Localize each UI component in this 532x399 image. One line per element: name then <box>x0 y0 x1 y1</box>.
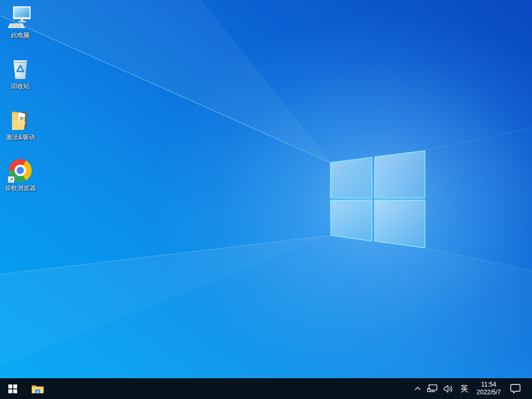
action-center-icon <box>510 384 521 393</box>
taskbar: 英 11:54 2022/5/7 <box>0 378 532 399</box>
desktop-icon-label: 回收站 <box>11 83 30 90</box>
desktop-icon-this-pc[interactable]: 此电脑 <box>1 5 39 39</box>
shortcut-arrow-icon: ↗ <box>8 176 15 183</box>
chevron-up-icon <box>415 387 421 391</box>
desktop-icon-label: 此电脑 <box>11 32 30 39</box>
clock-date: 2022/5/7 <box>476 389 501 396</box>
windows-start-icon <box>8 384 17 393</box>
taskbar-clock[interactable]: 11:54 2022/5/7 <box>472 378 505 399</box>
start-button[interactable] <box>0 378 25 399</box>
file-explorer-button[interactable] <box>25 378 50 399</box>
action-center-button[interactable] <box>505 378 526 399</box>
show-hidden-icons-button[interactable] <box>411 378 424 399</box>
network-icon <box>427 384 437 393</box>
system-tray: 英 11:54 2022/5/7 <box>411 378 532 399</box>
windows-desktop-screen: 此电脑 回收站 <box>0 0 532 399</box>
desktop-icon-label: 谷歌浏览器 <box>5 184 36 192</box>
desktop-icon-activation-drivers[interactable]: 激活&驱动 <box>1 107 39 141</box>
this-pc-icon <box>8 5 33 30</box>
desktop-icon-label: 激活&驱动 <box>6 134 35 141</box>
desktop[interactable]: 此电脑 回收站 <box>0 0 532 378</box>
desktop-icon-recycle-bin[interactable]: 回收站 <box>1 56 39 90</box>
ime-indicator[interactable]: 英 <box>456 378 472 399</box>
clock-time: 11:54 <box>481 381 496 389</box>
wallpaper-windows-logo <box>0 0 532 378</box>
open-folder-icon <box>8 107 33 132</box>
desktop-icon-google-chrome[interactable]: ↗ 谷歌浏览器 <box>1 158 39 192</box>
volume-icon <box>444 385 453 393</box>
network-button[interactable] <box>424 378 441 399</box>
recycle-bin-icon <box>8 56 33 81</box>
volume-button[interactable] <box>441 378 456 399</box>
file-explorer-icon <box>31 383 44 394</box>
